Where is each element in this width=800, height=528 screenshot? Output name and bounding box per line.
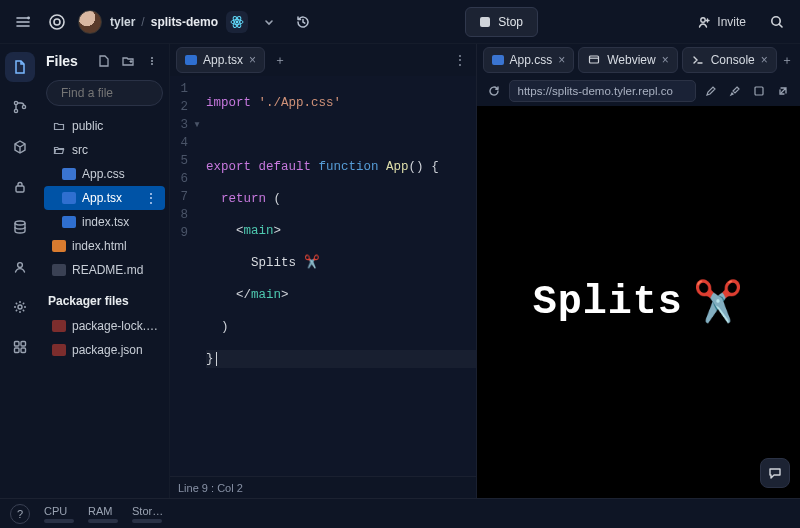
packager-section-title: Packager files [40,288,169,312]
css-file-icon [62,168,76,180]
webview-urlbar: https://splits-demo.tyler.repl.co [477,76,800,106]
tab-app-css[interactable]: App.css × [483,47,575,73]
close-tab-icon[interactable]: × [662,53,669,67]
file-package-lock[interactable]: package-lock.js… [44,314,165,338]
rail-vcs-icon[interactable] [5,92,35,122]
invite-label: Invite [717,15,746,29]
svg-point-0 [27,16,30,19]
rail-packages-icon[interactable] [5,132,35,162]
meter-label: RAM [88,505,112,517]
editor-more-icon[interactable]: ⋮ [450,53,470,67]
file-app-css[interactable]: App.css [44,162,165,186]
close-tab-icon[interactable]: × [761,53,768,67]
file-tree: public src App.css App.tsx⋮ index.tsx in… [40,112,169,288]
tab-label: Console [711,53,755,67]
packager-list: package-lock.js… package.json [40,312,169,368]
replit-logo-icon[interactable] [44,9,70,35]
svg-point-3 [236,20,239,23]
code-content[interactable]: import './App.css' export default functi… [202,76,476,476]
tool-rail [0,44,40,498]
new-tab-icon[interactable]: ＋ [269,49,291,71]
svg-rect-24 [590,56,599,63]
code-editor[interactable]: 123456789 ▾ import './App.css' export de… [170,76,476,476]
svg-point-1 [50,15,64,29]
topbar: tyler / splits-demo Stop Invite [0,0,800,44]
json-file-icon [52,344,66,356]
right-tabs: App.css × Webview × Console × ＋ ⋮ [477,44,800,76]
avatar[interactable] [78,10,102,34]
rail-account-icon[interactable] [5,252,35,282]
rail-files-icon[interactable] [5,52,35,82]
file-index-html[interactable]: index.html [44,234,165,258]
editor-tab-app-tsx[interactable]: App.tsx × [176,47,265,73]
url-field[interactable]: https://splits-demo.tyler.repl.co [509,80,696,102]
rail-extensions-icon[interactable] [5,332,35,362]
cursor-position: Line 9 : Col 2 [178,482,243,494]
file-readme[interactable]: README.md [44,258,165,282]
file-search[interactable] [46,80,163,106]
devtools-icon[interactable] [726,82,744,100]
editor-tabs: App.tsx × ＋ ⋮ [170,44,476,76]
fold-gutter[interactable]: ▾ [192,76,202,476]
close-tab-icon[interactable]: × [558,53,565,67]
react-badge-icon[interactable] [226,11,248,33]
preview-text: Splits [533,280,683,325]
close-tab-icon[interactable]: × [249,53,256,67]
svg-rect-19 [21,348,26,353]
tab-label: App.css [510,53,553,67]
screenshot-icon[interactable] [750,82,768,100]
meter-storage[interactable]: Stor… [132,505,163,523]
file-app-tsx[interactable]: App.tsx⋮ [44,186,165,210]
help-icon[interactable]: ? [10,504,30,524]
folder-src[interactable]: src [44,138,165,162]
tab-webview[interactable]: Webview × [578,47,677,73]
editor-statusbar: Line 9 : Col 2 [170,476,476,498]
stop-button[interactable]: Stop [465,7,538,37]
md-file-icon [52,264,66,276]
invite-button[interactable]: Invite [687,8,756,36]
text-cursor-icon [216,352,217,366]
new-folder-icon[interactable] [119,52,137,70]
svg-point-22 [151,63,153,65]
svg-rect-18 [15,348,20,353]
rail-secrets-icon[interactable] [5,172,35,202]
html-file-icon [52,240,66,252]
breadcrumb: tyler / splits-demo [110,15,218,29]
new-tab-icon[interactable]: ＋ [781,49,793,71]
rail-database-icon[interactable] [5,212,35,242]
chat-fab-icon[interactable] [760,458,790,488]
folder-open-icon [52,143,66,157]
lock-file-icon [52,320,66,332]
tab-console[interactable]: Console × [682,47,777,73]
ts-file-icon [185,55,197,65]
svg-point-7 [701,17,705,21]
stop-icon [480,17,490,27]
history-icon[interactable] [290,9,316,35]
search-icon[interactable] [764,9,790,35]
reload-icon[interactable] [485,82,503,100]
file-index-tsx[interactable]: index.tsx [44,210,165,234]
menu-icon[interactable] [10,9,36,35]
invite-icon [697,15,711,29]
preview-content: Splits ✂️ [533,278,744,327]
sidebar-more-icon[interactable] [143,52,161,70]
breadcrumb-user[interactable]: tyler [110,15,135,29]
folder-public[interactable]: public [44,114,165,138]
meter-cpu[interactable]: CPU [44,505,74,523]
scissors-emoji-icon: ✂️ [693,278,744,327]
breadcrumb-project[interactable]: splits-demo [151,15,218,29]
file-package-json[interactable]: package.json [44,338,165,362]
rail-settings-icon[interactable] [5,292,35,322]
file-actions-icon[interactable]: ⋮ [143,191,159,205]
webview-preview[interactable]: Splits ✂️ [477,106,800,498]
editor-pane: App.tsx × ＋ ⋮ 123456789 ▾ import './App.… [170,44,477,498]
open-external-icon[interactable] [774,82,792,100]
new-file-icon[interactable] [95,52,113,70]
css-file-icon [492,55,504,65]
svg-point-13 [15,221,25,225]
sidebar: Files public src App.css App.tsx⋮ index.… [40,44,170,498]
chevron-down-icon[interactable] [256,9,282,35]
console-icon [691,53,705,67]
meter-ram[interactable]: RAM [88,505,118,523]
edit-url-icon[interactable] [702,82,720,100]
